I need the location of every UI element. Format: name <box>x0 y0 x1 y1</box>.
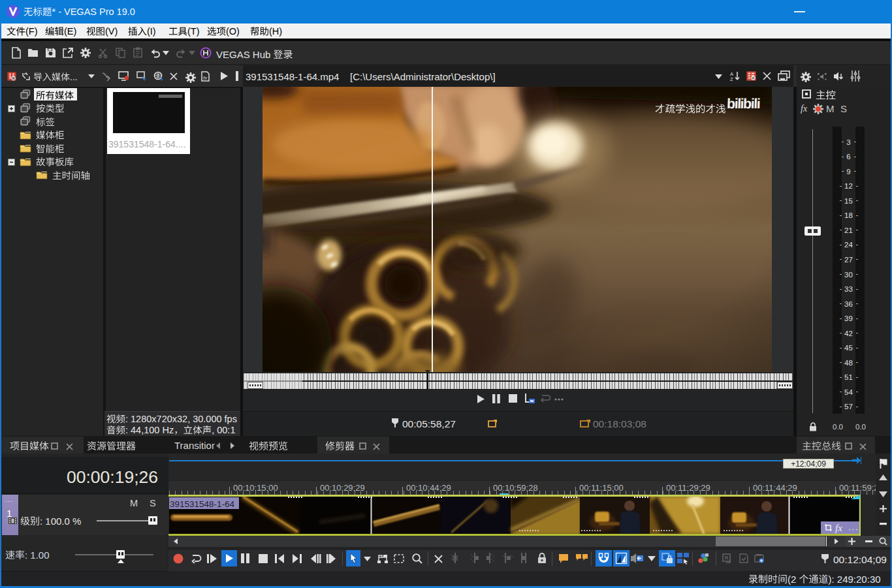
svg-text:[C:\Users\Administrator\Deskto: [C:\Users\Administrator\Desktop\] <box>350 71 496 82</box>
svg-text:Z: Z <box>730 76 733 82</box>
svg-text:M: M <box>826 103 835 114</box>
svg-text:: 1.00: : 1.00 <box>25 549 50 561</box>
svg-text:S: S <box>840 103 847 114</box>
svg-text:* - VEGAS Pro 19.0: * - VEGAS Pro 19.0 <box>52 7 135 17</box>
svg-text:391531548-1-64....: 391531548-1-64.... <box>108 139 185 149</box>
svg-text:391531548-1-64.mp4: 391531548-1-64.mp4 <box>246 71 339 82</box>
svg-text:, 00:1: , 00:1 <box>212 425 235 435</box>
svg-text:(F): (F) <box>25 26 38 37</box>
svg-text:fx: fx <box>801 104 808 114</box>
svg-text:(O): (O) <box>226 26 240 37</box>
svg-text:(H): (H) <box>269 26 282 37</box>
svg-text:(I): (I) <box>147 26 156 37</box>
svg-text:fx: fx <box>203 75 208 81</box>
svg-text:(E): (E) <box>64 26 76 37</box>
svg-text:391531548-1-64: 391531548-1-64 <box>170 499 235 509</box>
svg-text:: 44,100 Hz: : 44,100 Hz <box>125 425 174 435</box>
svg-text:...: ... <box>70 72 78 82</box>
svg-text:: 100.0 %: : 100.0 % <box>40 516 81 527</box>
svg-text:(2: (2 <box>788 574 796 585</box>
svg-text:: 1280x720x32, 30.000 fps: : 1280x720x32, 30.000 fps <box>125 414 237 424</box>
svg-text:fx: fx <box>835 523 842 533</box>
svg-text:): 249:20:30: ): 249:20:30 <box>829 574 881 585</box>
svg-text:(V): (V) <box>105 26 118 37</box>
svg-text:VEGAS Hub: VEGAS Hub <box>216 49 270 60</box>
svg-text:(T): (T) <box>187 26 200 37</box>
